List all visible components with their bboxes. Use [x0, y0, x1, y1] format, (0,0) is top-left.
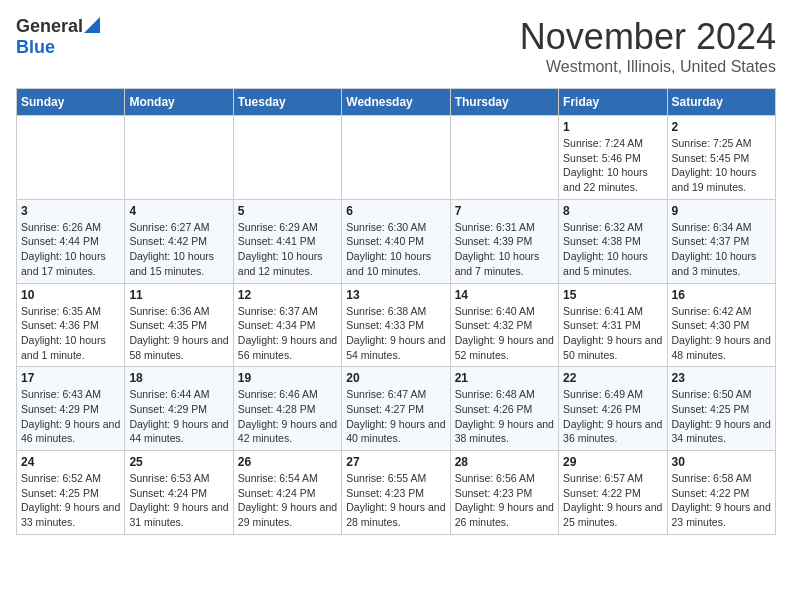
day-info: Sunrise: 7:25 AMSunset: 5:45 PMDaylight:… [672, 136, 771, 195]
calendar-cell: 14Sunrise: 6:40 AMSunset: 4:32 PMDayligh… [450, 283, 558, 367]
day-info: Sunrise: 6:38 AMSunset: 4:33 PMDaylight:… [346, 304, 445, 363]
day-info: Sunrise: 6:41 AMSunset: 4:31 PMDaylight:… [563, 304, 662, 363]
day-info: Sunrise: 6:47 AMSunset: 4:27 PMDaylight:… [346, 387, 445, 446]
day-number: 8 [563, 204, 662, 218]
day-info: Sunrise: 6:49 AMSunset: 4:26 PMDaylight:… [563, 387, 662, 446]
day-info: Sunrise: 6:34 AMSunset: 4:37 PMDaylight:… [672, 220, 771, 279]
calendar-week-4: 17Sunrise: 6:43 AMSunset: 4:29 PMDayligh… [17, 367, 776, 451]
calendar-cell: 15Sunrise: 6:41 AMSunset: 4:31 PMDayligh… [559, 283, 667, 367]
day-info: Sunrise: 6:43 AMSunset: 4:29 PMDaylight:… [21, 387, 120, 446]
calendar-cell: 22Sunrise: 6:49 AMSunset: 4:26 PMDayligh… [559, 367, 667, 451]
day-number: 22 [563, 371, 662, 385]
weekday-header-friday: Friday [559, 89, 667, 116]
logo-triangle-icon [84, 17, 100, 33]
calendar-cell: 24Sunrise: 6:52 AMSunset: 4:25 PMDayligh… [17, 451, 125, 535]
calendar-cell [450, 116, 558, 200]
calendar-week-1: 1Sunrise: 7:24 AMSunset: 5:46 PMDaylight… [17, 116, 776, 200]
day-number: 5 [238, 204, 337, 218]
calendar-cell: 23Sunrise: 6:50 AMSunset: 4:25 PMDayligh… [667, 367, 775, 451]
calendar-cell: 5Sunrise: 6:29 AMSunset: 4:41 PMDaylight… [233, 199, 341, 283]
day-number: 27 [346, 455, 445, 469]
day-number: 12 [238, 288, 337, 302]
calendar-cell: 7Sunrise: 6:31 AMSunset: 4:39 PMDaylight… [450, 199, 558, 283]
day-info: Sunrise: 6:37 AMSunset: 4:34 PMDaylight:… [238, 304, 337, 363]
calendar-cell: 11Sunrise: 6:36 AMSunset: 4:35 PMDayligh… [125, 283, 233, 367]
calendar-cell [17, 116, 125, 200]
day-info: Sunrise: 6:44 AMSunset: 4:29 PMDaylight:… [129, 387, 228, 446]
calendar-cell: 12Sunrise: 6:37 AMSunset: 4:34 PMDayligh… [233, 283, 341, 367]
weekday-header-saturday: Saturday [667, 89, 775, 116]
day-info: Sunrise: 6:27 AMSunset: 4:42 PMDaylight:… [129, 220, 228, 279]
calendar-cell: 29Sunrise: 6:57 AMSunset: 4:22 PMDayligh… [559, 451, 667, 535]
weekday-header-sunday: Sunday [17, 89, 125, 116]
calendar-table: SundayMondayTuesdayWednesdayThursdayFrid… [16, 88, 776, 535]
day-number: 4 [129, 204, 228, 218]
title-block: November 2024 Westmont, Illinois, United… [520, 16, 776, 76]
day-number: 19 [238, 371, 337, 385]
calendar-cell [342, 116, 450, 200]
calendar-week-5: 24Sunrise: 6:52 AMSunset: 4:25 PMDayligh… [17, 451, 776, 535]
calendar-cell: 3Sunrise: 6:26 AMSunset: 4:44 PMDaylight… [17, 199, 125, 283]
day-info: Sunrise: 6:40 AMSunset: 4:32 PMDaylight:… [455, 304, 554, 363]
day-info: Sunrise: 7:24 AMSunset: 5:46 PMDaylight:… [563, 136, 662, 195]
day-info: Sunrise: 6:36 AMSunset: 4:35 PMDaylight:… [129, 304, 228, 363]
day-info: Sunrise: 6:30 AMSunset: 4:40 PMDaylight:… [346, 220, 445, 279]
weekday-header-thursday: Thursday [450, 89, 558, 116]
logo-blue: Blue [16, 37, 55, 57]
day-info: Sunrise: 6:54 AMSunset: 4:24 PMDaylight:… [238, 471, 337, 530]
logo: General Blue [16, 16, 100, 58]
weekday-header-wednesday: Wednesday [342, 89, 450, 116]
day-number: 29 [563, 455, 662, 469]
day-number: 25 [129, 455, 228, 469]
day-number: 7 [455, 204, 554, 218]
day-info: Sunrise: 6:53 AMSunset: 4:24 PMDaylight:… [129, 471, 228, 530]
day-info: Sunrise: 6:35 AMSunset: 4:36 PMDaylight:… [21, 304, 120, 363]
day-number: 30 [672, 455, 771, 469]
calendar-cell: 10Sunrise: 6:35 AMSunset: 4:36 PMDayligh… [17, 283, 125, 367]
calendar-week-2: 3Sunrise: 6:26 AMSunset: 4:44 PMDaylight… [17, 199, 776, 283]
day-number: 11 [129, 288, 228, 302]
calendar-cell: 21Sunrise: 6:48 AMSunset: 4:26 PMDayligh… [450, 367, 558, 451]
calendar-week-3: 10Sunrise: 6:35 AMSunset: 4:36 PMDayligh… [17, 283, 776, 367]
day-number: 18 [129, 371, 228, 385]
weekday-header-row: SundayMondayTuesdayWednesdayThursdayFrid… [17, 89, 776, 116]
day-info: Sunrise: 6:52 AMSunset: 4:25 PMDaylight:… [21, 471, 120, 530]
calendar-cell: 18Sunrise: 6:44 AMSunset: 4:29 PMDayligh… [125, 367, 233, 451]
calendar-cell: 27Sunrise: 6:55 AMSunset: 4:23 PMDayligh… [342, 451, 450, 535]
calendar-cell: 17Sunrise: 6:43 AMSunset: 4:29 PMDayligh… [17, 367, 125, 451]
day-info: Sunrise: 6:48 AMSunset: 4:26 PMDaylight:… [455, 387, 554, 446]
svg-marker-0 [84, 17, 100, 33]
page-header: General Blue November 2024 Westmont, Ill… [16, 16, 776, 76]
day-number: 15 [563, 288, 662, 302]
day-number: 20 [346, 371, 445, 385]
day-number: 2 [672, 120, 771, 134]
month-title: November 2024 [520, 16, 776, 58]
day-number: 13 [346, 288, 445, 302]
calendar-cell: 28Sunrise: 6:56 AMSunset: 4:23 PMDayligh… [450, 451, 558, 535]
day-number: 10 [21, 288, 120, 302]
day-number: 1 [563, 120, 662, 134]
day-info: Sunrise: 6:56 AMSunset: 4:23 PMDaylight:… [455, 471, 554, 530]
day-info: Sunrise: 6:50 AMSunset: 4:25 PMDaylight:… [672, 387, 771, 446]
calendar-cell: 16Sunrise: 6:42 AMSunset: 4:30 PMDayligh… [667, 283, 775, 367]
calendar-cell: 25Sunrise: 6:53 AMSunset: 4:24 PMDayligh… [125, 451, 233, 535]
location-title: Westmont, Illinois, United States [520, 58, 776, 76]
day-number: 3 [21, 204, 120, 218]
calendar-cell: 2Sunrise: 7:25 AMSunset: 5:45 PMDaylight… [667, 116, 775, 200]
day-number: 6 [346, 204, 445, 218]
logo-general: General [16, 16, 83, 37]
calendar-cell: 8Sunrise: 6:32 AMSunset: 4:38 PMDaylight… [559, 199, 667, 283]
calendar-cell: 6Sunrise: 6:30 AMSunset: 4:40 PMDaylight… [342, 199, 450, 283]
calendar-cell: 4Sunrise: 6:27 AMSunset: 4:42 PMDaylight… [125, 199, 233, 283]
day-info: Sunrise: 6:29 AMSunset: 4:41 PMDaylight:… [238, 220, 337, 279]
day-number: 24 [21, 455, 120, 469]
day-number: 14 [455, 288, 554, 302]
day-number: 17 [21, 371, 120, 385]
day-info: Sunrise: 6:31 AMSunset: 4:39 PMDaylight:… [455, 220, 554, 279]
calendar-cell: 30Sunrise: 6:58 AMSunset: 4:22 PMDayligh… [667, 451, 775, 535]
weekday-header-monday: Monday [125, 89, 233, 116]
calendar-cell [233, 116, 341, 200]
weekday-header-tuesday: Tuesday [233, 89, 341, 116]
day-number: 16 [672, 288, 771, 302]
day-number: 21 [455, 371, 554, 385]
